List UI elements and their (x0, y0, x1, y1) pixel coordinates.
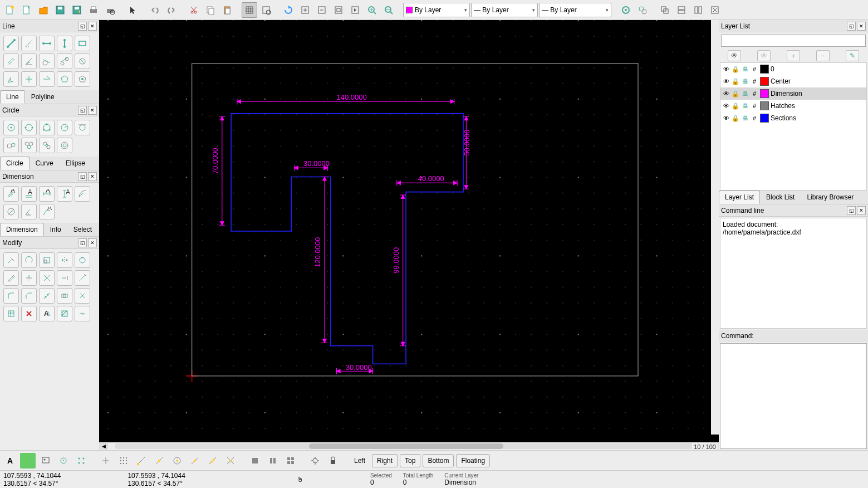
modify-divide-button[interactable] (39, 288, 55, 304)
lock-relative-button[interactable] (325, 453, 341, 469)
modify-stretch-button[interactable] (57, 288, 72, 304)
settings-button[interactable] (618, 2, 634, 18)
zoom-in-button[interactable] (297, 2, 313, 18)
panel-float-button[interactable]: ◱ (847, 206, 856, 215)
print-icon[interactable]: 🖶 (741, 102, 749, 110)
points-tool-button[interactable] (73, 453, 89, 469)
panel-close-button[interactable]: ✕ (88, 172, 97, 181)
modify-rotate-button[interactable] (21, 252, 37, 268)
lock-icon[interactable]: 🔒 (732, 114, 739, 122)
dim-angular-button[interactable] (21, 204, 37, 219)
circle-concentric-button[interactable] (57, 138, 72, 153)
line-tangent2-button[interactable] (57, 53, 72, 69)
window-close-button[interactable] (707, 2, 723, 18)
eye-icon[interactable]: 👁 (722, 102, 730, 110)
zoom-auto-button[interactable] (331, 2, 346, 18)
construction-icon[interactable]: # (751, 65, 758, 73)
snap-intersection-button[interactable] (223, 453, 238, 469)
eye-icon[interactable]: 👁 (722, 77, 730, 85)
color-combo[interactable]: By Layer ▾ (403, 3, 470, 17)
print-preview-button[interactable] (102, 2, 118, 18)
relative-zero-button[interactable] (307, 453, 323, 469)
linewidth-combo[interactable]: — By Layer ▾ (471, 3, 538, 17)
modify-trim2-button[interactable] (39, 270, 55, 286)
app-settings-button[interactable] (635, 2, 650, 18)
panel-close-button[interactable]: ✕ (88, 106, 97, 115)
line-bisector-button[interactable] (21, 53, 37, 69)
construction-icon[interactable]: # (751, 102, 758, 110)
circle-center-button[interactable] (3, 120, 19, 135)
layer-row-center[interactable]: 👁 🔒 🖶 # Center (720, 75, 866, 87)
line-ortho-button[interactable] (75, 53, 90, 69)
line-angle-button[interactable] (21, 36, 37, 51)
dim-horiz-button[interactable]: A (39, 186, 55, 202)
zoom-window-button[interactable] (364, 2, 380, 18)
dock-floating-button[interactable]: Floating (456, 454, 490, 467)
circle-3pt-button[interactable] (39, 120, 55, 135)
window-cascade-button[interactable] (657, 2, 673, 18)
dock-bottom-button[interactable]: Bottom (423, 454, 454, 467)
layer-add-button[interactable]: ＋ (787, 50, 800, 61)
modify-scale-button[interactable] (39, 252, 55, 268)
draft-mode-button[interactable] (258, 2, 274, 18)
dim-diametric-button[interactable] (3, 204, 19, 219)
dock-right-button[interactable]: Right (372, 454, 398, 467)
eye-icon[interactable]: 👁 (722, 90, 730, 97)
snap-center-button[interactable] (169, 453, 185, 469)
dock-left-button[interactable]: Left (350, 455, 370, 467)
modify-explode-button[interactable] (75, 288, 90, 304)
pointer-button[interactable] (125, 2, 140, 18)
panel-float-button[interactable]: ◱ (847, 22, 856, 31)
circle-tan3-button[interactable] (21, 138, 37, 153)
modify-lengthen-button[interactable] (75, 270, 90, 286)
copy-button[interactable] (203, 2, 218, 18)
modify-delete-button[interactable] (21, 306, 37, 321)
modify-break-button[interactable] (75, 306, 90, 321)
layer-row-0[interactable]: 👁 🔒 🖶 # 0 (720, 63, 866, 75)
dim-aligned-button[interactable]: A (3, 186, 19, 202)
modify-extend-button[interactable] (57, 270, 72, 286)
image-tool-button[interactable] (38, 453, 53, 469)
dock-top-button[interactable]: Top (400, 454, 420, 467)
circle-2pt-button[interactable] (21, 120, 37, 135)
line-freehand-button[interactable] (21, 71, 37, 87)
dim-vert-button[interactable]: A (57, 186, 72, 202)
layer-edit-button[interactable]: ✎ (846, 50, 859, 61)
modify-fillet-button[interactable] (3, 288, 19, 304)
modify-mirror-button[interactable] (57, 252, 72, 268)
undo-button[interactable] (147, 2, 163, 18)
print-icon[interactable]: 🖶 (741, 114, 749, 122)
print-button[interactable] (86, 2, 101, 18)
circle-tan-button[interactable] (75, 120, 90, 135)
scroll-left-button[interactable]: ◀ (99, 443, 108, 450)
line-2pt-button[interactable] (3, 36, 19, 51)
modify-moverotate-button[interactable] (75, 252, 90, 268)
tab-ellipse[interactable]: Ellipse (60, 157, 91, 170)
restrict-nothing-button[interactable] (247, 453, 263, 469)
modify-move-button[interactable] (3, 252, 19, 268)
construction-icon[interactable]: # (751, 77, 758, 85)
tab-library-browser[interactable]: Library Browser (801, 191, 860, 204)
construction-icon[interactable]: # (751, 90, 758, 97)
tab-layer-list[interactable]: Layer List (719, 191, 760, 204)
print-icon[interactable]: 🖶 (741, 90, 749, 97)
dim-radial-button[interactable] (75, 186, 90, 202)
layer-filter-input[interactable] (721, 35, 866, 47)
lock-icon[interactable]: 🔒 (732, 90, 739, 97)
text-tool-button[interactable]: A (2, 453, 18, 469)
zoom-previous-button[interactable] (347, 2, 363, 18)
vertical-scrollbar[interactable] (711, 20, 719, 435)
restrict-ortho-button[interactable] (265, 453, 281, 469)
tab-info[interactable]: Info (44, 223, 67, 236)
panel-float-button[interactable]: ◱ (78, 172, 87, 181)
eye-icon[interactable]: 👁 (722, 114, 730, 122)
lock-icon[interactable]: 🔒 (732, 65, 739, 73)
line-horiz-button[interactable] (39, 36, 55, 51)
linetype-combo[interactable]: — By Layer ▾ (539, 3, 611, 17)
construction-icon[interactable]: # (751, 114, 758, 122)
layer-row-dimension[interactable]: 👁 🔒 🖶 # Dimension (720, 87, 866, 100)
line-perp-button[interactable] (39, 71, 55, 87)
tab-polyline[interactable]: Polyline (25, 90, 61, 104)
line-polygon2-button[interactable] (75, 71, 90, 87)
point-tool-button[interactable] (56, 453, 71, 469)
